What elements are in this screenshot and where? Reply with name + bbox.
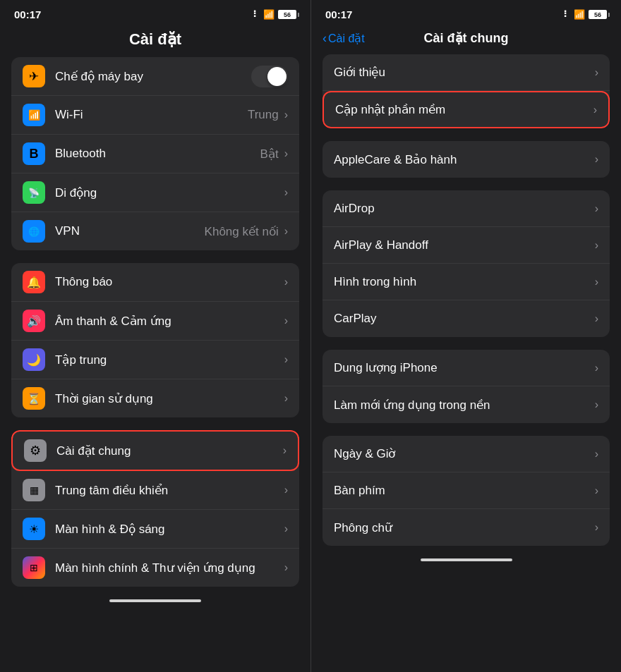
about-group: Giới thiệu › Cập nhật phần mềm › (322, 54, 610, 128)
wifi-status-icon: 📶 (263, 9, 275, 20)
notifications-item[interactable]: 🔔 Thông báo › (11, 263, 299, 302)
airplane-icon: ✈ (23, 65, 45, 87)
software-update-item[interactable]: Cập nhật phần mềm › (322, 91, 610, 128)
software-update-label: Cập nhật phần mềm (335, 102, 593, 117)
homescreen-chevron: › (284, 561, 288, 574)
right-scroll-indicator (421, 558, 512, 561)
datetime-group: Ngày & Giờ › Bàn phím › Phông chữ › (322, 436, 610, 546)
datetime-label: Ngày & Giờ (334, 446, 595, 461)
font-chevron: › (595, 521, 598, 534)
airplane-item[interactable]: ✈ Chế độ máy bay (11, 57, 299, 96)
font-label: Phông chữ (334, 520, 595, 535)
right-status-bar: 00:17 ⠇ 📶 56 (311, 0, 621, 25)
general-chevron: › (283, 444, 287, 457)
left-page-title: Cài đặt (14, 30, 296, 49)
connectivity-group: ✈ Chế độ máy bay 📶 Wi-Fi Trung › B Bluet… (11, 57, 299, 250)
about-item[interactable]: Giới thiệu › (322, 54, 610, 91)
sounds-chevron: › (284, 314, 288, 327)
background-refresh-item[interactable]: Làm mới ứng dụng trong nền › (322, 386, 610, 423)
bluetooth-label: Bluetooth (55, 147, 260, 161)
wifi-item[interactable]: 📶 Wi-Fi Trung › (11, 96, 299, 135)
storage-chevron: › (595, 362, 598, 374)
back-chevron-icon: ‹ (322, 32, 327, 44)
datetime-chevron: › (595, 448, 598, 460)
homescreen-label: Màn hình chính & Thư viện ứng dụng (55, 561, 283, 575)
general-item[interactable]: ⚙ Cài đặt chung › (11, 430, 299, 471)
left-page-header: Cài đặt (0, 25, 310, 57)
wifi-value: Trung (248, 108, 279, 122)
font-item[interactable]: Phông chữ › (322, 509, 610, 546)
bluetooth-item[interactable]: B Bluetooth Bật › (11, 135, 299, 173)
keyboard-chevron: › (595, 484, 598, 497)
background-refresh-label: Làm mới ứng dụng trong nền (334, 398, 595, 413)
cellular-icon: 📡 (23, 181, 45, 204)
right-battery-icon: 56 (589, 10, 607, 19)
pip-chevron: › (595, 276, 598, 288)
sounds-label: Âm thanh & Cảm ứng (55, 314, 283, 329)
airplane-toggle[interactable] (251, 66, 288, 87)
pip-item[interactable]: Hình trong hình › (322, 264, 610, 300)
controlcenter-label: Trung tâm điều khiển (55, 483, 283, 498)
screentime-item[interactable]: ⏳ Thời gian sử dụng › (11, 379, 299, 417)
controlcenter-chevron: › (284, 484, 288, 496)
right-time: 00:17 (325, 8, 352, 20)
applecare-item[interactable]: AppleCare & Bảo hành › (322, 141, 610, 178)
airplay-label: AirPlay & Handoff (334, 238, 595, 252)
airplay-chevron: › (595, 239, 598, 252)
background-refresh-chevron: › (595, 398, 598, 411)
right-page-title: Cài đặt chung (424, 30, 509, 46)
display-item[interactable]: ☀ Màn hình & Độ sáng › (11, 510, 299, 549)
airdrop-label: AirDrop (334, 202, 595, 216)
left-time: 00:17 (14, 8, 41, 20)
bluetooth-icon: B (23, 142, 45, 165)
bluetooth-value: Bật (260, 147, 279, 161)
airdrop-chevron: › (595, 202, 598, 215)
display-chevron: › (284, 523, 288, 535)
left-settings-content[interactable]: ✈ Chế độ máy bay 📶 Wi-Fi Trung › B Bluet… (0, 57, 310, 672)
general-label: Cài đặt chung (56, 444, 282, 458)
sharing-group: AirDrop › AirPlay & Handoff › Hình trong… (322, 190, 610, 337)
storage-label: Dung lượng iPhone (334, 360, 595, 375)
carplay-item[interactable]: CarPlay › (322, 300, 610, 337)
keyboard-item[interactable]: Bàn phím › (322, 472, 610, 509)
back-label: Cài đặt (328, 32, 365, 45)
back-button[interactable]: ‹ Cài đặt (322, 32, 365, 45)
applecare-chevron: › (595, 153, 598, 166)
cellular-item[interactable]: 📡 Di động › (11, 173, 299, 212)
airplay-item[interactable]: AirPlay & Handoff › (322, 227, 610, 264)
sounds-item[interactable]: 🔊 Âm thanh & Cảm ứng › (11, 302, 299, 341)
right-settings-content[interactable]: Giới thiệu › Cập nhật phần mềm › AppleCa… (311, 54, 621, 672)
right-nav-header: ‹ Cài đặt Cài đặt chung (311, 25, 621, 54)
keyboard-label: Bàn phím (334, 484, 595, 498)
left-status-bar: 00:17 ⠇ 📶 56 (0, 0, 310, 25)
screentime-label: Thời gian sử dụng (55, 391, 283, 406)
right-status-icons: ⠇ 📶 56 (563, 9, 607, 20)
about-label: Giới thiệu (334, 65, 595, 80)
airdrop-item[interactable]: AirDrop › (322, 190, 610, 227)
signal-icon: ⠇ (253, 9, 260, 20)
display-icon: ☀ (23, 518, 45, 540)
focus-item[interactable]: 🌙 Tập trung › (11, 341, 299, 379)
wifi-label: Wi-Fi (55, 108, 248, 122)
airplane-toggle-knob (267, 67, 287, 86)
bluetooth-chevron: › (284, 147, 288, 160)
storage-group: Dung lượng iPhone › Làm mới ứng dụng tro… (322, 350, 610, 423)
vpn-value: Không kết nối (205, 224, 279, 239)
airplane-label: Chế độ máy bay (55, 69, 251, 84)
display-label: Màn hình & Độ sáng (55, 522, 283, 537)
carplay-chevron: › (595, 312, 598, 325)
focus-icon: 🌙 (23, 348, 45, 371)
vpn-item[interactable]: 🌐 VPN Không kết nối › (11, 212, 299, 250)
datetime-item[interactable]: Ngày & Giờ › (322, 436, 610, 472)
left-status-icons: ⠇ 📶 56 (253, 9, 296, 20)
notifications-icon: 🔔 (23, 271, 45, 293)
homescreen-item[interactable]: ⊞ Màn hình chính & Thư viện ứng dụng › (11, 549, 299, 587)
cellular-chevron: › (284, 186, 288, 199)
pip-label: Hình trong hình (334, 275, 595, 289)
focus-label: Tập trung (55, 353, 283, 367)
controlcenter-item[interactable]: ▦ Trung tâm điều khiển › (11, 471, 299, 510)
left-scroll-indicator (109, 599, 201, 602)
notifications-label: Thông báo (55, 275, 283, 289)
screentime-chevron: › (284, 392, 288, 405)
storage-item[interactable]: Dung lượng iPhone › (322, 350, 610, 386)
